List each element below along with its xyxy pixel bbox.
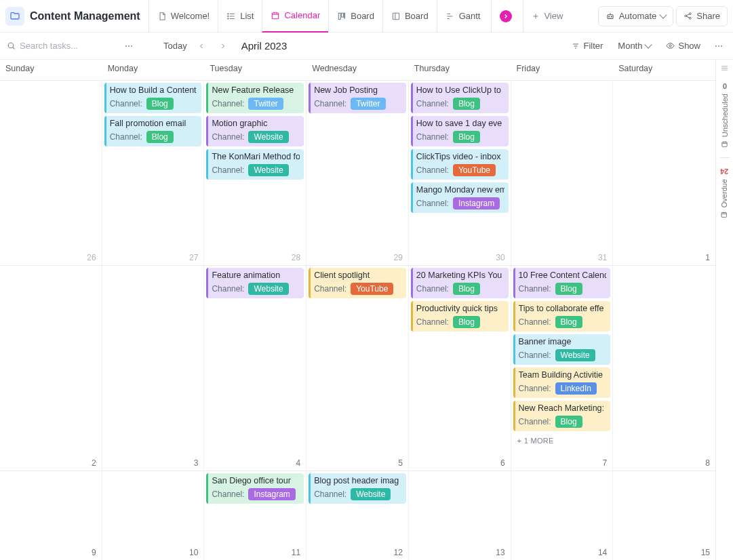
- calendar-event[interactable]: 20 Marketing KPIs YouChannel:Blog: [411, 268, 509, 298]
- search-input[interactable]: [20, 41, 115, 51]
- page-title: Content Management: [30, 10, 140, 22]
- channel-label: Channel:: [519, 317, 551, 327]
- calendar-cell[interactable]: New Feature ReleaseChannel:TwitterMotion…: [204, 81, 306, 265]
- add-view-button[interactable]: View: [523, 0, 571, 33]
- calendar-event[interactable]: How to Use ClickUp toChannel:Blog: [411, 83, 509, 113]
- calendar-event[interactable]: Productivity quick tipsChannel:Blog: [411, 301, 509, 332]
- calendar-event[interactable]: Feature animationChannel:Website: [206, 268, 304, 298]
- calendar-event[interactable]: San Diego office tourChannel:Instagram: [206, 473, 304, 504]
- channel-label: Channel:: [314, 489, 346, 499]
- search-box[interactable]: [7, 41, 115, 51]
- show-label: Show: [678, 41, 700, 51]
- calendar-cell[interactable]: San Diego office tourChannel:Instagram11: [204, 471, 306, 560]
- tab-gantt[interactable]: Gantt: [437, 0, 489, 33]
- prev-month-button[interactable]: [194, 39, 209, 54]
- channel-label: Channel:: [416, 99, 449, 108]
- period-select[interactable]: Month: [614, 38, 655, 54]
- day-number: 9: [92, 548, 96, 557]
- day-number: 8: [705, 458, 710, 468]
- calendar-event[interactable]: Blog post header imagChannel:Website: [309, 473, 406, 504]
- channel-label: Channel:: [212, 132, 244, 142]
- calendar-event[interactable]: How to save 1 day eveChannel:Blog: [411, 116, 509, 146]
- calendar-event[interactable]: Team Building ActivitieChannel:LinkedIn: [513, 367, 611, 398]
- channel-tag: Blog: [453, 283, 480, 295]
- calendar-cell[interactable]: 14: [511, 471, 614, 560]
- channel-tag: Instagram: [248, 488, 295, 500]
- tab-board[interactable]: Board: [382, 0, 437, 33]
- calendar-event[interactable]: Motion graphicChannel:Website: [206, 116, 304, 146]
- tab-list[interactable]: List: [218, 0, 262, 33]
- overdue-count: 24: [720, 167, 728, 176]
- automate-button[interactable]: Automate: [598, 6, 674, 26]
- today-button[interactable]: Today: [163, 41, 187, 51]
- calendar-cell[interactable]: How to Build a ContentChannel:BlogFall p…: [102, 81, 205, 265]
- calendar-cell[interactable]: 10 Free Content CalendChannel:BlogTips t…: [511, 266, 614, 471]
- calendar-event[interactable]: Mango Monday new emChannel:Instagram: [411, 182, 509, 213]
- control-bar: Today April 2023 Filter Month Show: [0, 33, 733, 60]
- rail-settings-icon[interactable]: [720, 64, 729, 73]
- calendar-week: 26How to Build a ContentChannel:BlogFall…: [0, 80, 715, 265]
- board2-icon: [391, 12, 401, 21]
- calendar-event[interactable]: New Feature ReleaseChannel:Twitter: [206, 83, 304, 113]
- calendar-event[interactable]: Client spotlightChannel:YouTube: [309, 268, 406, 298]
- overdue-panel-toggle[interactable]: Overdue 24: [720, 167, 728, 218]
- side-rail: Unscheduled 0 Overdue 24: [715, 60, 733, 560]
- day-number: 27: [189, 253, 198, 262]
- calendar-event[interactable]: Banner imageChannel:Website: [513, 334, 611, 365]
- day-header: Sunday: [0, 60, 102, 80]
- share-button[interactable]: Share: [676, 6, 728, 26]
- calendar-cell[interactable]: Blog post header imagChannel:Website12: [306, 471, 409, 560]
- calendar-cell[interactable]: 1: [613, 81, 715, 265]
- view-options-icon[interactable]: [711, 39, 726, 54]
- calendar-event[interactable]: New Job PostingChannel:Twitter: [309, 83, 406, 113]
- folder-icon[interactable]: [5, 7, 24, 26]
- calendar-cell[interactable]: 26: [0, 81, 102, 265]
- more-views-arrow[interactable]: [491, 0, 520, 33]
- channel-tag: Blog: [453, 131, 480, 143]
- calendar-cell[interactable]: 2: [0, 266, 102, 471]
- event-title: Mango Monday new em: [416, 185, 504, 195]
- calendar-cell[interactable]: 9: [0, 471, 102, 560]
- calendar-cell[interactable]: New Job PostingChannel:Twitter29: [306, 81, 409, 265]
- calendar-event[interactable]: Fall promotion emailChannel:Blog: [104, 116, 202, 146]
- calendar-event[interactable]: New Reach Marketing:Channel:Blog: [513, 401, 611, 431]
- calendar-cell[interactable]: 3: [102, 266, 205, 471]
- event-title: Blog post header imag: [314, 476, 402, 485]
- channel-label: Channel:: [212, 489, 244, 499]
- calendar-event[interactable]: ClickTips video - inboxChannel:YouTube: [411, 149, 509, 180]
- calendar-cell[interactable]: How to Use ClickUp toChannel:BlogHow to …: [409, 81, 511, 265]
- calendar-cell[interactable]: 10: [102, 471, 205, 560]
- calendar-cell[interactable]: 31: [511, 81, 614, 265]
- channel-label: Channel:: [212, 165, 244, 175]
- tab-welcome[interactable]: Welcome!: [148, 0, 218, 33]
- calendar-event[interactable]: 10 Free Content CalendChannel:Blog: [513, 268, 611, 298]
- svg-rect-4: [339, 13, 341, 19]
- calendar-event[interactable]: Tips to collaborate effeChannel:Blog: [513, 301, 611, 332]
- event-title: New Job Posting: [314, 85, 402, 95]
- calendar-cell[interactable]: 13: [409, 471, 511, 560]
- calendar-cell[interactable]: Feature animationChannel:Website4: [204, 266, 306, 471]
- channel-tag: LinkedIn: [555, 382, 597, 395]
- event-title: Productivity quick tips: [416, 304, 504, 313]
- calendar-event[interactable]: The KonMari Method foChannel:Website: [206, 149, 304, 180]
- svg-point-10: [611, 16, 612, 17]
- event-title: ClickTips video - inbox: [416, 152, 504, 161]
- more-events-button[interactable]: + 1 MORE: [513, 434, 611, 447]
- search-options-icon[interactable]: [121, 39, 136, 54]
- channel-label: Channel:: [314, 99, 346, 108]
- calendar-event[interactable]: How to Build a ContentChannel:Blog: [104, 83, 202, 113]
- unscheduled-panel-toggle[interactable]: Unscheduled 0: [721, 82, 729, 148]
- tab-board[interactable]: Board: [328, 0, 382, 33]
- calendar-cell[interactable]: Client spotlightChannel:YouTube5: [306, 266, 409, 471]
- tab-label: Calendar: [284, 10, 320, 20]
- calendar-cell[interactable]: 15: [613, 471, 715, 560]
- tab-calendar[interactable]: Calendar: [262, 0, 328, 33]
- calendar-cell[interactable]: 20 Marketing KPIs YouChannel:BlogProduct…: [409, 266, 511, 471]
- next-month-button[interactable]: [216, 39, 231, 54]
- event-title: Team Building Activitie: [519, 370, 607, 380]
- channel-label: Channel:: [212, 284, 244, 294]
- tab-label: Gantt: [459, 11, 481, 21]
- show-button[interactable]: Show: [662, 38, 705, 54]
- filter-button[interactable]: Filter: [568, 38, 607, 54]
- calendar-cell[interactable]: 8: [613, 266, 715, 471]
